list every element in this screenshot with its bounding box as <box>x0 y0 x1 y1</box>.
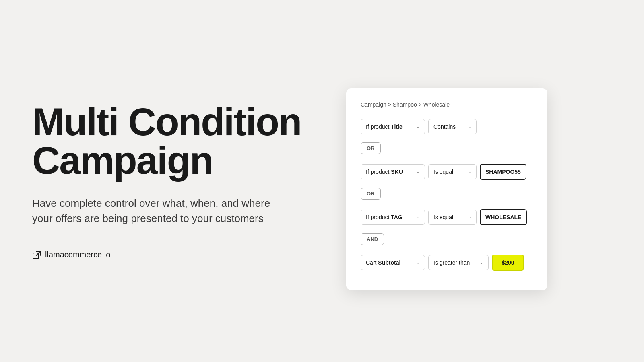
tag-operator-select[interactable]: Is equal ⌄ <box>428 210 477 225</box>
external-link-icon <box>32 251 41 259</box>
tag-value-field[interactable]: WHOLESALE <box>480 209 527 225</box>
sku-operator-label: Is equal <box>433 169 453 175</box>
title-field-chevron: ⌄ <box>416 124 420 129</box>
subtitle: Have complete control over what, when, a… <box>32 196 290 226</box>
and-badge: AND <box>361 233 384 245</box>
subtotal-value-field[interactable]: $200 <box>492 255 524 271</box>
subtotal-field-label: Cart Subtotal <box>366 259 400 266</box>
sku-field-label: If product SKU <box>366 169 403 175</box>
and-connector: AND <box>361 230 533 250</box>
breadcrumb: Campaign > Shampoo > Wholesale <box>361 101 533 108</box>
sku-value-field[interactable]: SHAMPOO55 <box>480 164 526 180</box>
or-connector-2: OR <box>361 185 533 204</box>
title-field-select[interactable]: If product Title ⌄ <box>361 119 425 134</box>
condition-row-title: If product Title ⌄ Contains ⌄ <box>361 119 533 134</box>
sku-field-select[interactable]: If product SKU ⌄ <box>361 164 425 179</box>
campaign-card: Campaign > Shampoo > Wholesale If produc… <box>346 88 547 290</box>
tag-field-label: If product TAG <box>366 214 402 220</box>
subtotal-operator-label: Is greater than <box>433 259 470 266</box>
left-section: Multi Condition Campaign Have complete c… <box>0 0 342 362</box>
tag-field-chevron: ⌄ <box>416 214 420 220</box>
sku-field-chevron: ⌄ <box>416 169 420 174</box>
brand-link[interactable]: llamacommerce.io <box>32 250 310 259</box>
main-title: Multi Condition Campaign <box>32 103 310 180</box>
or-connector-1: OR <box>361 139 533 159</box>
tag-field-select[interactable]: If product TAG ⌄ <box>361 210 425 225</box>
title-field-label: If product Title <box>366 123 402 130</box>
title-operator-chevron: ⌄ <box>468 124 471 129</box>
title-operator-label: Contains <box>433 123 456 130</box>
title-operator-select[interactable]: Contains ⌄ <box>428 119 477 134</box>
condition-row-tag: If product TAG ⌄ Is equal ⌄ WHOLESALE <box>361 209 533 225</box>
tag-operator-chevron: ⌄ <box>468 214 471 220</box>
brand-name: llamacommerce.io <box>45 250 110 259</box>
subtotal-operator-chevron: ⌄ <box>480 260 483 265</box>
sku-operator-select[interactable]: Is equal ⌄ <box>428 164 477 179</box>
subtotal-field-chevron: ⌄ <box>416 260 420 265</box>
right-section: Complete your Routine <box>338 0 644 362</box>
subtotal-operator-select[interactable]: Is greater than ⌄ <box>428 255 489 270</box>
or-badge-1: OR <box>361 142 381 154</box>
condition-row-subtotal: Cart Subtotal ⌄ Is greater than ⌄ $200 <box>361 255 533 271</box>
condition-row-sku: If product SKU ⌄ Is equal ⌄ SHAMPOO55 <box>361 164 533 180</box>
tag-operator-label: Is equal <box>433 214 453 220</box>
or-badge-2: OR <box>361 188 381 200</box>
subtotal-field-select[interactable]: Cart Subtotal ⌄ <box>361 255 425 270</box>
sku-operator-chevron: ⌄ <box>468 169 471 174</box>
